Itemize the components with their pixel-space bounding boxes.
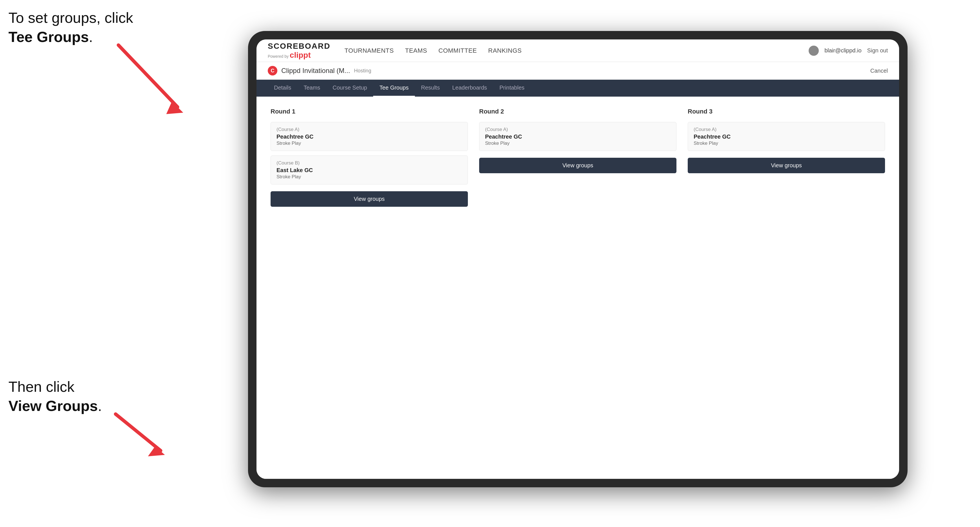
round-1-course-b-card: (Course B) East Lake GC Stroke Play xyxy=(270,156,468,184)
round-1-title: Round 1 xyxy=(270,108,468,115)
round-2-course-a-name: Peachtree GC xyxy=(485,133,671,140)
sub-navigation: Details Teams Course Setup Tee Groups Re… xyxy=(256,80,899,97)
svg-line-0 xyxy=(118,45,178,107)
round-1-course-b-format: Stroke Play xyxy=(277,174,462,180)
round-1-course-a-name: Peachtree GC xyxy=(277,133,462,140)
logo-text: SCOREBOARD xyxy=(268,42,330,51)
round-3-course-a-name: Peachtree GC xyxy=(694,133,879,140)
round-1-course-a-format: Stroke Play xyxy=(277,141,462,146)
round-2-title: Round 2 xyxy=(479,108,676,115)
round-3-view-groups-button[interactable]: View groups xyxy=(688,158,885,173)
sign-out-link[interactable]: Sign out xyxy=(867,47,888,54)
round-3-course-a-label: (Course A) xyxy=(694,127,879,132)
tab-course-setup[interactable]: Course Setup xyxy=(326,80,373,97)
round-1-section: Round 1 (Course A) Peachtree GC Stroke P… xyxy=(270,108,468,207)
tournament-bar: C Clippd Invitational (M... Hosting Canc… xyxy=(256,62,899,80)
nav-tournaments[interactable]: TOURNAMENTS xyxy=(344,47,394,54)
round-3-section: Round 3 (Course A) Peachtree GC Stroke P… xyxy=(688,108,885,207)
round-2-section: Round 2 (Course A) Peachtree GC Stroke P… xyxy=(479,108,676,207)
rounds-grid: Round 1 (Course A) Peachtree GC Stroke P… xyxy=(270,108,885,207)
cancel-button[interactable]: Cancel xyxy=(870,68,888,74)
view-groups-highlight: View Groups xyxy=(8,398,98,414)
round-1-view-groups-button[interactable]: View groups xyxy=(270,191,468,207)
tablet-screen: SCOREBOARD Powered by clippt TOURNAMENTS… xyxy=(256,40,899,479)
tab-details[interactable]: Details xyxy=(268,80,298,97)
hosting-badge: Hosting xyxy=(354,68,371,74)
main-content: Round 1 (Course A) Peachtree GC Stroke P… xyxy=(256,97,899,479)
round-3-course-a-card: (Course A) Peachtree GC Stroke Play xyxy=(688,122,885,151)
round-3-course-a-format: Stroke Play xyxy=(694,141,879,146)
round-1-course-a-label: (Course A) xyxy=(277,127,462,132)
tournament-title: C Clippd Invitational (M... Hosting xyxy=(268,66,371,76)
arrow-to-tee-groups xyxy=(104,40,194,118)
tab-tee-groups[interactable]: Tee Groups xyxy=(373,80,415,97)
instruction-bottom: Then click View Groups. xyxy=(8,378,102,416)
nav-rankings[interactable]: RANKINGS xyxy=(488,47,522,54)
nav-links: TOURNAMENTS TEAMS COMMITTEE RANKINGS xyxy=(344,47,522,54)
nav-teams[interactable]: TEAMS xyxy=(405,47,427,54)
svg-line-2 xyxy=(116,414,161,451)
tee-groups-highlight: Tee Groups xyxy=(8,29,89,45)
nav-right: blair@clippd.io Sign out xyxy=(809,46,888,56)
logo-area: SCOREBOARD Powered by clippt xyxy=(268,42,330,60)
tab-printables[interactable]: Printables xyxy=(493,80,531,97)
round-1-course-b-name: East Lake GC xyxy=(277,167,462,173)
tab-leaderboards[interactable]: Leaderboards xyxy=(446,80,493,97)
user-email: blair@clippd.io xyxy=(824,47,861,54)
nav-committee[interactable]: COMMITTEE xyxy=(439,47,477,54)
round-1-course-a-card: (Course A) Peachtree GC Stroke Play xyxy=(270,122,468,151)
user-avatar xyxy=(809,46,819,56)
round-2-course-a-format: Stroke Play xyxy=(485,141,671,146)
tournament-name: Clippd Invitational (M... xyxy=(281,67,350,75)
round-3-title: Round 3 xyxy=(688,108,885,115)
round-1-course-b-label: (Course B) xyxy=(277,160,462,166)
top-navigation: SCOREBOARD Powered by clippt TOURNAMENTS… xyxy=(256,40,899,62)
logo-sub: Powered by clippt xyxy=(268,51,311,60)
nav-left: SCOREBOARD Powered by clippt TOURNAMENTS… xyxy=(268,42,522,60)
round-2-course-a-card: (Course A) Peachtree GC Stroke Play xyxy=(479,122,676,151)
tab-teams[interactable]: Teams xyxy=(298,80,326,97)
tab-results[interactable]: Results xyxy=(415,80,446,97)
arrow-to-view-groups xyxy=(104,406,178,462)
round-2-view-groups-button[interactable]: View groups xyxy=(479,158,676,173)
svg-marker-3 xyxy=(148,446,165,456)
tournament-logo: C xyxy=(268,66,277,76)
round-2-course-a-label: (Course A) xyxy=(485,127,671,132)
tablet-device: SCOREBOARD Powered by clippt TOURNAMENTS… xyxy=(248,31,908,487)
